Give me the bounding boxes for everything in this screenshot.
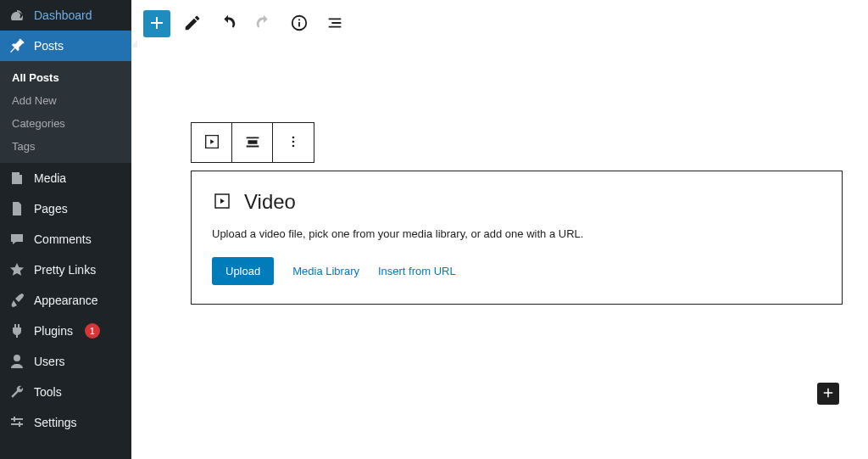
svg-point-2 [292,144,295,147]
svg-point-0 [292,136,295,138]
user-icon [8,353,25,370]
upload-button[interactable]: Upload [212,257,274,285]
sidebar-item-label: Media [34,171,66,185]
sidebar-item-label: Tools [34,385,62,399]
brush-icon [8,292,25,309]
sidebar-subitem-all-posts[interactable]: All Posts [0,66,131,89]
sidebar-item-tools[interactable]: Tools [0,377,131,407]
add-block-button[interactable] [143,10,170,37]
star-icon [8,261,25,278]
redo-button[interactable] [250,10,277,37]
wrench-icon [8,383,25,400]
info-icon [290,14,309,35]
sidebar-item-media[interactable]: Media [0,163,131,193]
video-block-description: Upload a video file, pick one from your … [212,227,821,240]
plus-icon [821,385,836,403]
pin-icon [8,37,25,54]
admin-sidebar: Dashboard Posts All Posts Add New Catego… [0,0,131,459]
sidebar-item-users[interactable]: Users [0,346,131,377]
block-toolbar [191,122,314,163]
sidebar-item-label: Settings [34,416,77,429]
sidebar-item-label: Plugins [34,324,73,338]
video-block-title: Video [244,190,296,214]
pencil-icon [183,14,202,35]
more-vertical-icon [285,133,302,153]
sidebar-item-pages[interactable]: Pages [0,193,131,224]
plus-icon [147,13,167,36]
plug-icon [8,322,25,339]
undo-icon [219,14,237,35]
svg-point-1 [292,140,295,143]
sidebar-item-label: Pretty Links [34,263,96,277]
insert-from-url-link[interactable]: Insert from URL [378,265,456,277]
plugins-badge: 1 [85,323,100,339]
edit-mode-button[interactable] [179,10,206,37]
sidebar-item-label: Comments [34,232,92,246]
block-align-button[interactable] [232,123,273,162]
sidebar-item-pretty-links[interactable]: Pretty Links [0,255,131,285]
outline-icon [326,14,344,35]
sidebar-item-label: Pages [34,202,68,216]
video-block-icon [203,132,221,154]
editor-toolbar [131,0,868,48]
sidebar-item-label: Appearance [34,294,98,307]
video-icon [212,191,232,214]
video-block-placeholder: Video Upload a video file, pick one from… [191,171,843,305]
sidebar-item-label: Posts [34,39,64,53]
block-type-button[interactable] [192,123,232,162]
align-icon [243,132,262,154]
redo-icon [254,14,273,35]
editor: Video Upload a video file, pick one from… [131,0,868,459]
sidebar-subitem-categories[interactable]: Categories [0,112,131,135]
pages-icon [8,200,25,217]
dashboard-icon [8,7,25,24]
info-button[interactable] [286,10,313,37]
sidebar-item-comments[interactable]: Comments [0,224,131,255]
comments-icon [8,231,25,248]
sidebar-submenu-posts: All Posts Add New Categories Tags [0,61,131,163]
block-more-button[interactable] [273,123,314,162]
media-icon [8,170,25,187]
outline-button[interactable] [321,10,348,37]
sidebar-item-label: Dashboard [34,8,92,22]
undo-button[interactable] [214,10,242,37]
add-block-fab[interactable] [817,383,839,405]
sidebar-item-label: Users [34,355,65,368]
sidebar-item-settings[interactable]: Settings [0,407,131,438]
sidebar-item-posts[interactable]: Posts [0,31,131,61]
sidebar-item-dashboard[interactable]: Dashboard [0,0,131,31]
sidebar-subitem-tags[interactable]: Tags [0,135,131,158]
media-library-link[interactable]: Media Library [292,265,359,277]
sliders-icon [8,414,25,431]
sidebar-item-appearance[interactable]: Appearance [0,285,131,316]
sidebar-item-plugins[interactable]: Plugins 1 [0,316,131,346]
editor-body: Video Upload a video file, pick one from… [131,48,868,459]
sidebar-subitem-add-new[interactable]: Add New [0,89,131,112]
